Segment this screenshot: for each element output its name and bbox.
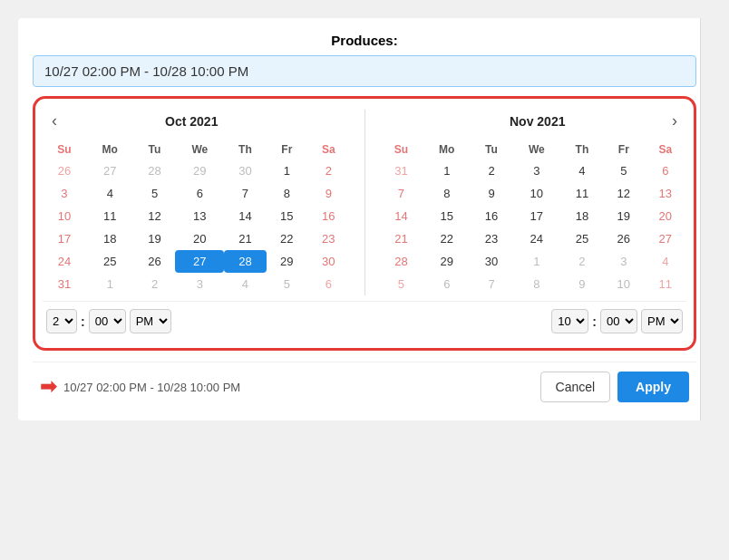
table-row[interactable]: 4 [645,250,686,273]
table-row[interactable]: 1 [267,159,308,182]
table-row[interactable]: 12 [134,205,176,227]
table-row[interactable]: 2 [561,250,603,273]
table-row[interactable]: 13 [175,205,224,227]
table-row[interactable]: 11 [561,182,603,205]
table-row[interactable]: 29 [267,250,308,273]
table-row[interactable]: 16 [471,205,512,227]
oct-col-fr: Fr [267,140,308,159]
table-row[interactable]: 27 [645,227,686,250]
table-row[interactable]: 23 [471,227,512,250]
table-row[interactable]: 7 [380,182,423,205]
table-row[interactable]: 27 [175,250,224,273]
table-row[interactable]: 30 [224,159,266,182]
scrollbar[interactable] [700,18,711,420]
table-row[interactable]: 28 [134,159,176,182]
table-row[interactable]: 6 [175,182,224,205]
table-row[interactable]: 30 [471,250,512,273]
table-row[interactable]: 10 [512,182,561,205]
start-minute-select[interactable]: 00 [89,309,126,333]
end-period-select[interactable]: PM [641,309,683,333]
table-row[interactable]: 4 [224,273,266,295]
table-row[interactable]: 18 [86,227,134,250]
table-row[interactable]: 3 [512,159,561,182]
table-row[interactable]: 10 [43,205,86,227]
table-row[interactable]: 26 [43,159,86,182]
table-row[interactable]: 31 [43,273,86,295]
table-row[interactable]: 28 [224,250,266,273]
table-row[interactable]: 2 [471,159,512,182]
table-row[interactable]: 12 [603,182,645,205]
table-row[interactable]: 2 [134,273,176,295]
table-row[interactable]: 10 [603,273,645,295]
table-row[interactable]: 20 [645,205,686,227]
table-row[interactable]: 22 [423,227,471,250]
table-row[interactable]: 11 [645,273,686,295]
table-row[interactable]: 21 [224,227,266,250]
start-hour-select[interactable]: 2 [46,309,77,333]
table-row[interactable]: 8 [423,182,471,205]
table-row[interactable]: 9 [307,182,349,205]
oct-col-tu: Tu [134,140,176,159]
table-row[interactable]: 25 [561,227,603,250]
table-row[interactable]: 3 [43,182,86,205]
table-row[interactable]: 26 [134,250,176,273]
table-row[interactable]: 19 [603,205,645,227]
table-row[interactable]: 9 [561,273,603,295]
table-row[interactable]: 16 [307,205,349,227]
table-row[interactable]: 18 [561,205,603,227]
table-row[interactable]: 19 [134,227,176,250]
cancel-button[interactable]: Cancel [540,372,611,402]
table-row[interactable]: 8 [512,273,561,295]
table-row[interactable]: 6 [645,159,686,182]
table-row[interactable]: 5 [267,273,308,295]
date-range-input[interactable] [44,63,685,79]
table-row[interactable]: 7 [224,182,266,205]
table-row[interactable]: 17 [43,227,86,250]
table-row[interactable]: 3 [175,273,224,295]
table-row[interactable]: 6 [307,273,349,295]
table-row[interactable]: 13 [645,182,686,205]
table-row[interactable]: 4 [86,182,134,205]
table-row[interactable]: 9 [471,182,512,205]
table-row[interactable]: 1 [423,159,471,182]
table-row[interactable]: 5 [134,182,176,205]
table-row[interactable]: 3 [603,250,645,273]
start-period-select[interactable]: PM [130,309,171,333]
table-row[interactable]: 25 [86,250,134,273]
date-range-input-container[interactable] [33,55,696,87]
table-row[interactable]: 5 [380,273,423,295]
prev-month-button[interactable]: ‹ [46,110,63,132]
table-row[interactable]: 5 [603,159,645,182]
table-row[interactable]: 24 [43,250,86,273]
table-row[interactable]: 7 [471,273,512,295]
table-row[interactable]: 11 [86,205,134,227]
table-row[interactable]: 1 [86,273,134,295]
table-row[interactable]: 23 [307,227,349,250]
table-row[interactable]: 24 [512,227,561,250]
table-row[interactable]: 8 [267,182,308,205]
table-row[interactable]: 28 [380,250,423,273]
apply-button[interactable]: Apply [617,372,689,402]
table-row[interactable]: 1 [512,250,561,273]
table-row[interactable]: 26 [603,227,645,250]
table-row[interactable]: 22 [267,227,308,250]
table-row[interactable]: 6 [423,273,471,295]
end-hour-select[interactable]: 10 [551,309,588,333]
table-row[interactable]: 14 [380,205,423,227]
end-minute-select[interactable]: 00 [600,309,637,333]
table-row[interactable]: 29 [175,159,224,182]
table-row[interactable]: 27 [86,159,134,182]
table-row[interactable]: 4 [561,159,603,182]
table-row[interactable]: 29 [423,250,471,273]
table-row[interactable]: 31 [380,159,423,182]
table-row[interactable]: 14 [224,205,266,227]
table-row[interactable]: 20 [175,227,224,250]
table-row[interactable]: 17 [512,205,561,227]
table-row[interactable]: 2 [307,159,349,182]
start-time-colon: : [81,314,85,329]
table-row[interactable]: 15 [423,205,471,227]
next-month-button[interactable]: › [666,110,683,132]
table-row[interactable]: 30 [307,250,349,273]
table-row[interactable]: 21 [380,227,423,250]
table-row[interactable]: 15 [267,205,308,227]
